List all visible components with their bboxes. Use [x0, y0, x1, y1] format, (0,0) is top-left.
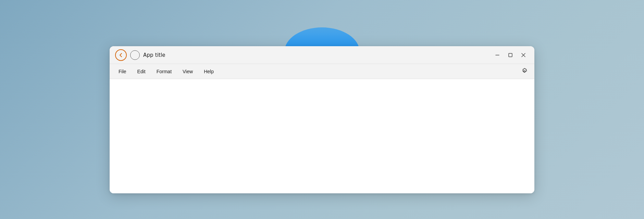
- menu-format[interactable]: Format: [152, 67, 176, 76]
- menu-file[interactable]: File: [114, 67, 131, 76]
- back-arrow-icon: [119, 53, 123, 57]
- app-icon: [130, 50, 140, 60]
- app-title: App title: [143, 52, 165, 58]
- title-bar-left: App title: [115, 49, 492, 61]
- window-controls: [492, 50, 529, 61]
- menu-view[interactable]: View: [178, 67, 198, 76]
- content-area: [110, 79, 534, 193]
- menu-bar: File Edit Format View Help: [110, 64, 534, 79]
- menu-help[interactable]: Help: [199, 67, 219, 76]
- title-bar: App title: [110, 46, 534, 64]
- close-button[interactable]: [518, 50, 529, 61]
- back-button[interactable]: [115, 49, 127, 61]
- menu-bar-items: File Edit Format View Help: [114, 67, 519, 76]
- settings-icon[interactable]: [519, 66, 530, 77]
- minimize-button[interactable]: [492, 50, 503, 61]
- svg-rect-1: [509, 53, 512, 57]
- maximize-button[interactable]: [505, 50, 516, 61]
- app-window: App title File: [110, 46, 534, 193]
- menu-edit[interactable]: Edit: [133, 67, 150, 76]
